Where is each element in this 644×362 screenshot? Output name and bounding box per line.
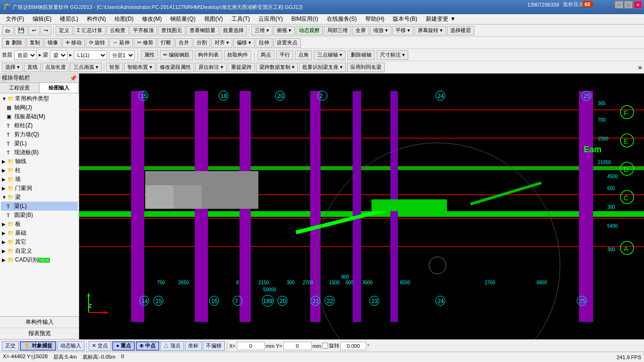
tb-rect[interactable]: 矩形 (106, 63, 123, 72)
menu-version[interactable]: 版本号(B) (389, 14, 421, 24)
tb-undo[interactable]: ↩ (29, 26, 40, 35)
tree-item-beam-group[interactable]: ▼ 📁 梁 (1, 193, 78, 202)
tb-select[interactable]: 选择 ▾ (2, 63, 23, 72)
tree-item-cad[interactable]: ▶ 📁 CAD识别 NEW (1, 255, 78, 264)
tb-3d[interactable]: 三维 ▾ (251, 26, 272, 35)
panel-pin[interactable]: 📌 (70, 75, 77, 82)
tb-rotate2[interactable]: ⟳ 旋转 (86, 38, 108, 48)
tb-smart-layout[interactable]: 智能布置 ▾ (124, 63, 156, 72)
tree-item-common[interactable]: ▼ 📁 常用构件类型 (1, 94, 78, 103)
tb-view-rebar[interactable]: 查看钢筋量 (186, 26, 219, 35)
tb-dim-mark[interactable]: 尺寸标注 ▾ (377, 50, 408, 60)
menu-floor[interactable]: 楼层(L) (56, 14, 82, 24)
tb-two-point[interactable]: 两点 (257, 50, 274, 60)
menu-rebar[interactable]: 钢筋量(Q) (166, 14, 199, 24)
snap-object[interactable]: ✋ 对象捕捉 (20, 341, 56, 351)
snap-midpoint[interactable]: ● 重点 (112, 341, 135, 351)
tb-pan[interactable]: 平移 ▾ (392, 26, 413, 35)
tb-fullscreen[interactable]: 全屏 (352, 26, 369, 35)
tb-find-elem[interactable]: 查找图元 (158, 26, 185, 35)
tb-line[interactable]: 直线 (24, 63, 41, 72)
tb-merge[interactable]: 合并 (175, 38, 192, 48)
menu-draw[interactable]: 绘图(D) (111, 14, 138, 24)
menu-component[interactable]: 构件(N) (83, 14, 110, 24)
tb-pick-comp[interactable]: 拾取构件 (224, 50, 251, 60)
menu-new-change[interactable]: 新建变更 ▼ (422, 14, 459, 24)
tb-open[interactable]: 🗁 (2, 26, 14, 35)
tab-project-settings[interactable]: 工程设置 (0, 83, 40, 93)
tb-mirror[interactable]: 镜像 (44, 38, 61, 48)
snap-center[interactable]: ⊕ 中点 (136, 341, 159, 351)
rotate-input[interactable] (340, 342, 366, 350)
tb-move[interactable]: ✛ 移动 (62, 38, 85, 48)
tb-offset[interactable]: 偏移 ▾ (233, 38, 255, 48)
floor-select[interactable]: 首层 (14, 50, 37, 60)
snap-intersection[interactable]: ✕ 交点 (89, 341, 111, 351)
tb-break[interactable]: 打断 (157, 38, 174, 48)
tree-item-wall[interactable]: ▶ 📁 墙 (1, 175, 78, 184)
tree-item-gridline[interactable]: ▶ 📁 轴线 (1, 157, 78, 166)
tree-item-plate[interactable]: ▶ 📁 板 (1, 220, 78, 229)
tb-align[interactable]: 对齐 ▾ (211, 38, 232, 48)
tree-item-beam-common[interactable]: T 梁(L) (1, 139, 78, 148)
tree-item-others[interactable]: ▶ 📁 其它 (1, 238, 78, 247)
tree-item-foundation[interactable]: ▶ 📁 基础 (1, 229, 78, 238)
tb-trim[interactable]: ✂ 修剪 (134, 38, 157, 48)
menu-online[interactable]: 在线服务(S) (323, 14, 361, 24)
tb-comp-list[interactable]: 构件列表 (195, 50, 222, 60)
snap-orthogonal[interactable]: 正交 (2, 341, 19, 351)
single-input-btn[interactable]: 单构件输入 (0, 317, 79, 328)
menu-file[interactable]: 文件(F) (2, 14, 28, 24)
tb-redo[interactable]: ↪ (41, 26, 51, 35)
snap-dynamic[interactable]: 动态输入 (57, 341, 84, 351)
menu-tools[interactable]: 工具(T) (228, 14, 254, 24)
tb-batch-id-support[interactable]: 批量识别梁支座 ▾ (299, 63, 346, 72)
close-button[interactable]: ✕ (634, 1, 642, 8)
tree-item-beam-l[interactable]: T 梁(L) (1, 202, 78, 211)
tb-rotate[interactable]: 屏幕旋转 ▾ (414, 26, 446, 35)
type-select1[interactable]: 梁 (50, 50, 67, 60)
tree-item-raft[interactable]: ▣ 筏板基础(M) (1, 112, 78, 121)
snap-coord[interactable]: 坐标 (185, 341, 202, 351)
tb-select-floor[interactable]: 选择楼层 (447, 26, 474, 35)
menu-bim[interactable]: BIM应用(I) (288, 14, 322, 24)
menu-cloud[interactable]: 云应用(Y) (255, 14, 287, 24)
tb-copy[interactable]: 复制 (26, 38, 43, 48)
tree-item-axis[interactable]: ▦ 轴网(J) (1, 103, 78, 112)
expand-draw-icon[interactable]: » (638, 63, 642, 72)
tb-three-arc[interactable]: 三点画弧 ▾ (70, 63, 102, 72)
tb-stretch[interactable]: 拉伸 (256, 38, 272, 48)
level-select[interactable]: 分层1 (109, 50, 135, 60)
tb-local-3d[interactable]: 局部三维 (324, 26, 351, 35)
tb-del-aux[interactable]: 删除辅轴 (347, 50, 375, 60)
tb-delete[interactable]: 🗑 删除 (2, 38, 25, 48)
tb-point-len[interactable]: 点加长度 (42, 63, 69, 72)
tb-properties[interactable]: 属性 (141, 50, 158, 60)
tb-floor-top[interactable]: 平齐板顶 (130, 26, 157, 35)
tab-draw-input[interactable]: 绘图输入 (40, 83, 79, 93)
tb-in-situ-mark[interactable]: 原位标注 ▾ (195, 63, 227, 72)
menu-view[interactable]: 视图(V) (200, 14, 227, 24)
tb-sum[interactable]: Σ 汇总计算 (74, 26, 106, 35)
tb-cloud-check[interactable]: 云检查 (107, 26, 129, 35)
menu-help[interactable]: 帮助(H) (362, 14, 388, 24)
minimize-button[interactable]: ─ (615, 1, 623, 8)
tb-split[interactable]: 分割 (193, 38, 210, 48)
tb-batch-select[interactable]: 批量选择 (220, 26, 247, 35)
x-input[interactable] (237, 342, 265, 350)
tb-re-span[interactable]: 重提梁跨 (228, 63, 255, 72)
tb-parallel[interactable]: 平行 (276, 50, 293, 60)
snap-vertex[interactable]: △ 顶点 (160, 341, 184, 351)
tb-define[interactable]: 定义 (56, 26, 73, 35)
tb-save[interactable]: 💾 (15, 26, 28, 35)
element-select[interactable]: L1(1) (74, 50, 107, 60)
menu-modify[interactable]: 修改(M) (138, 14, 165, 24)
tb-edit-rebar[interactable]: ✏ 编辑钢筋 (160, 50, 193, 60)
tree-item-opening[interactable]: ▶ 📁 门窗洞 (1, 184, 78, 193)
tree-item-beam-circle[interactable]: T 圆梁(B) (1, 211, 78, 220)
tb-span-copy[interactable]: 梁跨数据复制 ▾ (256, 63, 298, 72)
canvas-area[interactable]: F E D C A 15 18 20 2 24 25 14 (79, 74, 644, 339)
tb-set-grip[interactable]: 设置夹点 (273, 38, 301, 48)
tree-item-slab[interactable]: T 现浇板(B) (1, 148, 78, 157)
tb-modify-seg[interactable]: 修改梁段属性 (157, 63, 194, 72)
